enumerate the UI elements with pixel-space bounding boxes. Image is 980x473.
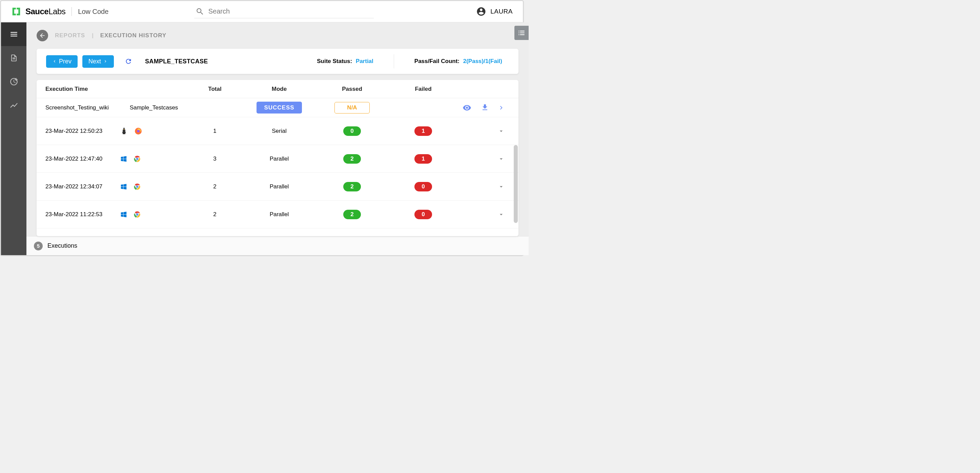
search-area [194, 5, 374, 18]
cell-mode: Serial [272, 128, 286, 134]
status-divider [394, 54, 394, 68]
svg-point-7 [137, 158, 138, 159]
user-name: LAURA [490, 8, 513, 15]
table-row: 23-Mar-2022 11:22:53 2 Parallel 2 0 [37, 201, 519, 228]
user-avatar-icon [476, 6, 486, 17]
body: REPORTS | EXECUTION HISTORY Prev Next SA… [1, 22, 523, 255]
footer: 5 Executions [26, 236, 529, 255]
expand-icon[interactable] [498, 104, 505, 111]
passed-pill: 2 [343, 154, 361, 164]
cell-platform [120, 211, 188, 218]
summary-row: Screenshot_Testing_wiki Sample_Testcases… [37, 98, 519, 117]
sub-brand: Low Code [78, 8, 108, 16]
na-badge: N/A [334, 102, 369, 113]
col-exec-time: Execution Time [45, 86, 120, 92]
col-total: Total [208, 86, 221, 92]
chrome-icon [134, 211, 141, 218]
pass-fail-count: Pass/Fail Count: 2(Pass)/1(Fail) [414, 58, 502, 65]
cell-total: 1 [213, 128, 216, 134]
table-row: 23-Mar-2022 12:34:07 2 Parallel 2 0 [37, 173, 519, 201]
cell-time: 23-Mar-2022 12:50:23 [45, 128, 120, 134]
header: SauceLabs Low Code LAURA [1, 1, 523, 22]
sidebar-item-schedule[interactable] [1, 70, 26, 94]
sidebar-item-analytics[interactable] [1, 94, 26, 117]
col-failed: Failed [415, 86, 431, 92]
breadcrumb-root[interactable]: REPORTS [55, 32, 85, 39]
main: REPORTS | EXECUTION HISTORY Prev Next SA… [26, 22, 529, 255]
summary-name: Screenshot_Testing_wiki [45, 104, 120, 111]
testcase-title: SAMPLE_TESTCASE [145, 58, 208, 65]
prev-button[interactable]: Prev [46, 55, 78, 68]
chevron-down-icon[interactable] [498, 211, 504, 218]
user-area[interactable]: LAURA [476, 6, 513, 17]
svg-point-1 [124, 128, 125, 129]
row-actions [459, 104, 493, 112]
sidebar-menu-toggle[interactable] [1, 22, 26, 46]
summary-subtitle: Sample_Testcases [130, 104, 178, 111]
cell-platform [120, 127, 188, 135]
pf-label: Pass/Fail Count: [414, 58, 460, 64]
chrome-icon [134, 155, 141, 162]
svg-point-11 [137, 186, 138, 187]
brand-text: SauceLabs [25, 7, 65, 16]
reload-button[interactable] [125, 57, 132, 65]
cell-time: 23-Mar-2022 11:22:53 [45, 211, 120, 218]
cell-total: 3 [213, 156, 216, 162]
cell-mode: Parallel [270, 156, 289, 162]
passed-pill: 2 [343, 210, 361, 219]
search-icon [196, 7, 204, 16]
firefox-icon [134, 127, 142, 135]
next-button-label: Next [88, 58, 101, 65]
table-row: 23-Mar-2022 12:47:40 3 Parallel 2 1 [37, 145, 519, 173]
execution-count-badge: 5 [34, 242, 43, 250]
linux-icon [120, 127, 128, 135]
chevron-down-icon[interactable] [498, 183, 504, 190]
col-passed: Passed [342, 86, 362, 92]
windows-icon [120, 155, 127, 162]
execution-table: Execution Time Total Mode Passed Failed … [37, 80, 519, 236]
failed-pill: 1 [414, 154, 432, 164]
scrollbar[interactable] [514, 145, 518, 223]
footer-label: Executions [48, 242, 77, 249]
chrome-icon [134, 183, 141, 190]
cell-platform [120, 155, 188, 162]
back-button[interactable] [37, 30, 48, 41]
breadcrumb-sep: | [92, 32, 93, 39]
svg-point-0 [123, 128, 124, 129]
cell-total: 2 [213, 211, 216, 218]
suite-status-label: Suite Status: [317, 58, 352, 64]
windows-icon [120, 211, 127, 218]
passed-pill: 0 [343, 126, 361, 136]
logo-icon [11, 6, 21, 17]
download-icon[interactable] [481, 104, 489, 112]
failed-pill: 0 [414, 182, 432, 191]
breadcrumb-row: REPORTS | EXECUTION HISTORY [26, 22, 529, 46]
status-group: Suite Status: Partial Pass/Fail Count: 2… [317, 54, 509, 68]
breadcrumb-current: EXECUTION HISTORY [100, 32, 167, 39]
failed-pill: 1 [414, 126, 432, 136]
prev-button-label: Prev [59, 58, 72, 65]
chevron-down-icon[interactable] [498, 128, 504, 134]
cell-time: 23-Mar-2022 12:47:40 [45, 156, 120, 162]
svg-point-3 [137, 130, 140, 132]
svg-point-15 [137, 213, 138, 215]
cell-mode: Parallel [270, 183, 289, 190]
sidebar [1, 22, 26, 255]
chevron-down-icon[interactable] [498, 156, 504, 162]
passed-pill: 2 [343, 182, 361, 191]
panel-toggle-button[interactable] [514, 26, 529, 40]
search-input[interactable] [208, 8, 372, 15]
cell-total: 2 [213, 183, 216, 190]
view-icon[interactable] [463, 104, 471, 112]
col-mode: Mode [272, 86, 287, 92]
failed-pill: 0 [414, 210, 432, 219]
table-header: Execution Time Total Mode Passed Failed [37, 80, 519, 98]
status-badge: SUCCESS [256, 102, 302, 113]
sidebar-item-documents[interactable] [1, 46, 26, 70]
logo-area: SauceLabs [11, 6, 65, 17]
suite-status: Suite Status: Partial [317, 58, 374, 65]
table-row: 23-Mar-2022 12:50:23 1 Serial 0 1 [37, 117, 519, 145]
cell-mode: Parallel [270, 211, 289, 218]
next-button[interactable]: Next [82, 55, 114, 68]
cell-time: 23-Mar-2022 12:34:07 [45, 183, 120, 190]
